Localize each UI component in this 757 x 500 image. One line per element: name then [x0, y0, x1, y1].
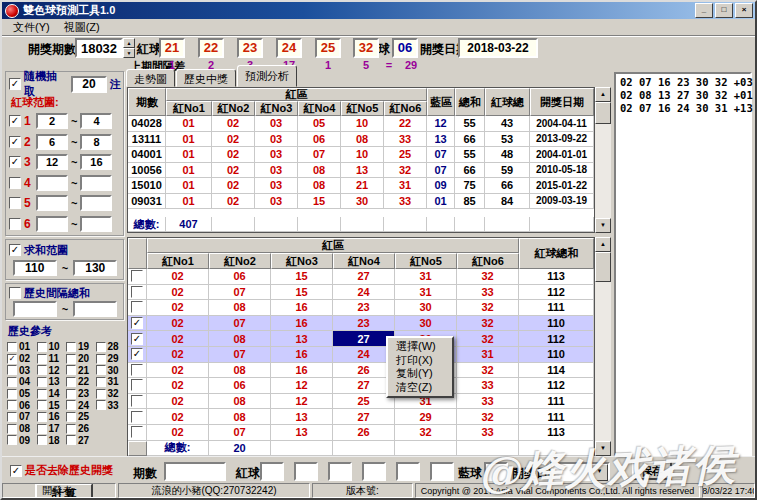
cell-red-sum[interactable]: 111	[519, 300, 594, 316]
history-checkbox-29[interactable]	[96, 354, 106, 364]
row-checkbox[interactable]	[131, 286, 143, 298]
cell-red-no1[interactable]: 02	[147, 394, 209, 410]
cell-red-no2[interactable]: 06	[209, 378, 271, 394]
range-from-input-5[interactable]	[36, 195, 68, 211]
cell-red-sum[interactable]: 112	[519, 378, 594, 394]
scroll-track[interactable]	[595, 102, 611, 218]
save-button[interactable]: 保存	[632, 461, 672, 480]
cell-red-no6[interactable]: 33	[457, 378, 519, 394]
red-ball-3[interactable]: 23	[237, 38, 263, 58]
history-checkbox-12[interactable]	[37, 365, 47, 375]
bottom-red-input-4[interactable]	[362, 462, 386, 481]
cell-select[interactable]	[128, 300, 147, 316]
row-checkbox[interactable]	[131, 426, 143, 438]
cell-select[interactable]: ✓	[128, 347, 147, 363]
range-to-input-1[interactable]	[80, 113, 112, 129]
close-button[interactable]: ×	[735, 3, 753, 18]
history-checkbox-16[interactable]	[37, 412, 47, 422]
random-count-input[interactable]	[71, 76, 107, 93]
cell-red-no6[interactable]: 33	[457, 425, 519, 441]
history-checkbox-18[interactable]	[37, 435, 47, 445]
maximize-button[interactable]: □	[715, 3, 733, 18]
row-checkbox[interactable]	[131, 411, 143, 423]
cell-red-no2[interactable]: 08	[209, 394, 271, 410]
row-checkbox[interactable]: ✓	[131, 333, 143, 345]
blue-ball-value[interactable]: 06	[392, 38, 418, 58]
history-checkbox-08[interactable]	[7, 424, 17, 434]
scroll-down-icon[interactable]: ▼	[595, 441, 611, 456]
red-ball-5[interactable]: 25	[315, 38, 341, 58]
cell-red-no6[interactable]: 32	[457, 363, 519, 379]
cell-select[interactable]	[128, 409, 147, 425]
history-checkbox-25[interactable]	[66, 412, 76, 422]
row-checkbox[interactable]	[131, 395, 143, 407]
history-checkbox-21[interactable]	[66, 365, 76, 375]
context-menu-item-4[interactable]: 清空(Z)	[389, 381, 451, 395]
cell-red-no1[interactable]: 02	[147, 363, 209, 379]
history-checkbox-23[interactable]	[66, 389, 76, 399]
cell-red-no3[interactable]: 13	[271, 331, 333, 347]
cell-red-no6[interactable]: 33	[457, 394, 519, 410]
range-checkbox-5[interactable]	[9, 197, 21, 209]
tab-3[interactable]: 預測分析	[237, 65, 297, 87]
draw-date-value[interactable]: 2018-03-22	[458, 38, 538, 58]
cell-red-no6[interactable]: 32	[457, 331, 519, 347]
cell-red-no1[interactable]: 02	[147, 316, 209, 332]
cell-red-no5[interactable]: 32	[395, 425, 457, 441]
cell-red-no1[interactable]: 02	[147, 347, 209, 363]
history-checkbox-32[interactable]	[96, 389, 106, 399]
cell-red-no4[interactable]: 23	[333, 316, 395, 332]
cell-red-no6[interactable]: 32	[457, 269, 519, 285]
range-to-input-4[interactable]	[80, 175, 112, 191]
cell-red-no6[interactable]: 32	[457, 409, 519, 425]
bottom-red-input-6[interactable]	[430, 462, 454, 481]
cell-red-no5[interactable]: 31	[395, 285, 457, 301]
cell-red-sum[interactable]: 113	[519, 425, 594, 441]
cell-select[interactable]	[128, 425, 147, 441]
cell-select[interactable]	[128, 394, 147, 410]
cell-red-no1[interactable]: 02	[147, 378, 209, 394]
tab-1[interactable]: 走勢圖	[126, 69, 175, 87]
cell-red-no2[interactable]: 07	[209, 316, 271, 332]
cell-red-sum[interactable]: 110	[519, 316, 594, 332]
history-checkbox-30[interactable]	[96, 365, 106, 375]
cell-red-no4[interactable]: 24	[333, 285, 395, 301]
row-checkbox[interactable]	[131, 301, 143, 313]
range-to-input-3[interactable]	[80, 154, 112, 170]
history-checkbox-19[interactable]	[66, 342, 76, 352]
cell-red-no3[interactable]: 13	[271, 409, 333, 425]
cell-red-no2[interactable]: 06	[209, 269, 271, 285]
range-checkbox-4[interactable]	[9, 177, 21, 189]
cell-red-no2[interactable]: 08	[209, 331, 271, 347]
bottom-red-input-2[interactable]	[294, 462, 318, 481]
cell-red-sum[interactable]: 110	[519, 347, 594, 363]
history-checkbox-04[interactable]	[7, 377, 17, 387]
prediction-table-scrollbar[interactable]: ▲▼	[595, 237, 611, 456]
red-ball-1[interactable]: 21	[159, 38, 185, 58]
cell-red-no2[interactable]: 07	[209, 347, 271, 363]
scroll-thumb[interactable]	[595, 102, 611, 124]
selected-results-list[interactable]: 02 07 16 23 30 32 +0302 08 13 27 30 32 +…	[614, 72, 752, 456]
red-ball-6[interactable]: 32	[353, 38, 379, 58]
cell-red-no6[interactable]: 31	[457, 347, 519, 363]
cell-red-no6[interactable]: 33	[457, 285, 519, 301]
history-checkbox-14[interactable]	[37, 389, 47, 399]
cell-red-no3[interactable]: 15	[271, 285, 333, 301]
cell-red-no5[interactable]: 29	[395, 409, 457, 425]
cell-select[interactable]	[128, 285, 147, 301]
cell-red-no1[interactable]: 02	[147, 409, 209, 425]
red-ball-4[interactable]: 24	[276, 38, 302, 58]
scroll-thumb[interactable]	[595, 252, 611, 282]
cell-red-no4[interactable]: 23	[333, 300, 395, 316]
cell-red-sum[interactable]: 112	[519, 285, 594, 301]
cell-red-no3[interactable]: 16	[271, 316, 333, 332]
spin-down-icon[interactable]: ▼	[123, 48, 135, 58]
cell-red-no3[interactable]: 15	[271, 269, 333, 285]
period-input[interactable]	[75, 38, 123, 58]
history-checkbox-20[interactable]	[66, 354, 76, 364]
cell-red-no2[interactable]: 07	[209, 425, 271, 441]
cell-select[interactable]	[128, 378, 147, 394]
cell-red-sum[interactable]: 112	[519, 331, 594, 347]
cell-red-no6[interactable]: 32	[457, 300, 519, 316]
range-checkbox-6[interactable]	[9, 218, 21, 230]
